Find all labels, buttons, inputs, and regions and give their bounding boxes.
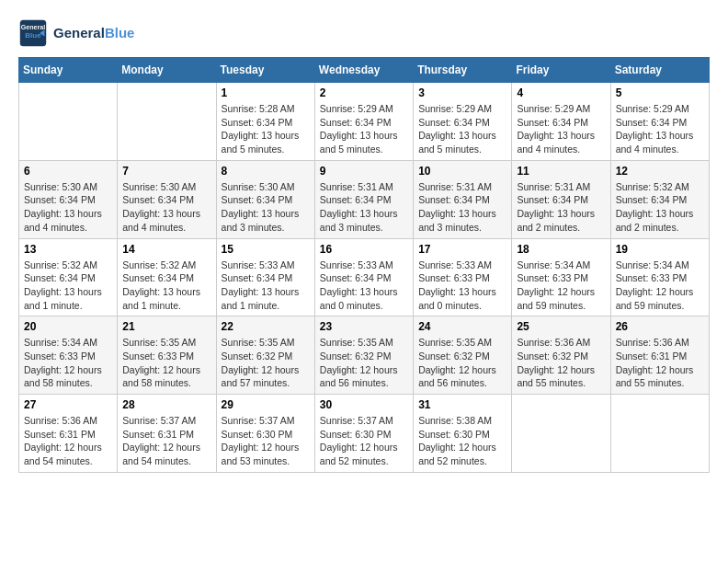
calendar-day-header: Sunday xyxy=(19,58,118,83)
day-info: Sunrise: 5:29 AM Sunset: 6:34 PM Dayligh… xyxy=(320,102,408,156)
day-number: 11 xyxy=(517,165,605,178)
day-info: Sunrise: 5:37 AM Sunset: 6:31 PM Dayligh… xyxy=(122,414,210,468)
calendar-cell: 19Sunrise: 5:34 AM Sunset: 6:33 PM Dayli… xyxy=(610,238,709,316)
day-info: Sunrise: 5:28 AM Sunset: 6:34 PM Dayligh… xyxy=(222,102,310,156)
day-info: Sunrise: 5:31 AM Sunset: 6:34 PM Dayligh… xyxy=(320,180,408,235)
day-number: 12 xyxy=(616,165,704,178)
day-number: 22 xyxy=(222,320,310,333)
day-info: Sunrise: 5:33 AM Sunset: 6:33 PM Dayligh… xyxy=(418,259,506,313)
calendar-cell: 20Sunrise: 5:34 AM Sunset: 6:33 PM Dayli… xyxy=(19,316,118,395)
day-number: 27 xyxy=(24,398,112,411)
calendar-cell: 27Sunrise: 5:36 AM Sunset: 6:31 PM Dayli… xyxy=(19,395,118,473)
day-info: Sunrise: 5:34 AM Sunset: 6:33 PM Dayligh… xyxy=(24,336,112,390)
day-info: Sunrise: 5:37 AM Sunset: 6:30 PM Dayligh… xyxy=(222,414,310,468)
day-number: 28 xyxy=(122,398,210,411)
day-number: 15 xyxy=(222,243,310,256)
day-info: Sunrise: 5:33 AM Sunset: 6:34 PM Dayligh… xyxy=(222,259,310,313)
day-number: 4 xyxy=(517,86,605,99)
day-info: Sunrise: 5:36 AM Sunset: 6:31 PM Dayligh… xyxy=(616,336,704,390)
calendar-week-row: 13Sunrise: 5:32 AM Sunset: 6:34 PM Dayli… xyxy=(19,238,710,316)
day-info: Sunrise: 5:35 AM Sunset: 6:32 PM Dayligh… xyxy=(418,336,506,390)
day-number: 23 xyxy=(320,320,408,333)
calendar-cell: 31Sunrise: 5:38 AM Sunset: 6:30 PM Dayli… xyxy=(414,395,512,473)
svg-text:Blue: Blue xyxy=(25,31,41,40)
logo-text: GeneralBlue xyxy=(53,25,134,41)
calendar-cell xyxy=(512,395,610,473)
svg-text:General: General xyxy=(21,24,46,31)
calendar-cell: 15Sunrise: 5:33 AM Sunset: 6:34 PM Dayli… xyxy=(216,238,314,316)
calendar-table: SundayMondayTuesdayWednesdayThursdayFrid… xyxy=(18,57,710,473)
day-number: 21 xyxy=(122,320,210,333)
calendar-week-row: 27Sunrise: 5:36 AM Sunset: 6:31 PM Dayli… xyxy=(19,395,710,473)
day-number: 20 xyxy=(24,320,112,333)
day-info: Sunrise: 5:31 AM Sunset: 6:34 PM Dayligh… xyxy=(418,180,506,235)
calendar-day-header: Thursday xyxy=(414,58,512,83)
calendar-cell: 25Sunrise: 5:36 AM Sunset: 6:32 PM Dayli… xyxy=(512,316,610,395)
day-info: Sunrise: 5:38 AM Sunset: 6:30 PM Dayligh… xyxy=(418,414,506,468)
calendar-cell: 4Sunrise: 5:29 AM Sunset: 6:34 PM Daylig… xyxy=(512,83,610,161)
day-number: 29 xyxy=(222,398,310,411)
calendar-week-row: 1Sunrise: 5:28 AM Sunset: 6:34 PM Daylig… xyxy=(19,83,710,161)
day-number: 6 xyxy=(24,165,112,178)
calendar-day-header: Monday xyxy=(118,58,216,83)
calendar-cell: 10Sunrise: 5:31 AM Sunset: 6:34 PM Dayli… xyxy=(414,160,512,238)
calendar-cell: 2Sunrise: 5:29 AM Sunset: 6:34 PM Daylig… xyxy=(314,83,413,161)
calendar-day-header: Tuesday xyxy=(216,58,314,83)
calendar-cell: 9Sunrise: 5:31 AM Sunset: 6:34 PM Daylig… xyxy=(314,160,413,238)
day-info: Sunrise: 5:35 AM Sunset: 6:33 PM Dayligh… xyxy=(122,336,210,390)
calendar-cell xyxy=(118,83,216,161)
day-info: Sunrise: 5:33 AM Sunset: 6:34 PM Dayligh… xyxy=(320,259,408,313)
day-number: 10 xyxy=(418,165,506,178)
calendar-cell: 13Sunrise: 5:32 AM Sunset: 6:34 PM Dayli… xyxy=(19,238,118,316)
calendar-header-row: SundayMondayTuesdayWednesdayThursdayFrid… xyxy=(19,58,710,83)
day-info: Sunrise: 5:29 AM Sunset: 6:34 PM Dayligh… xyxy=(418,102,506,156)
calendar-day-header: Saturday xyxy=(610,58,709,83)
logo-icon: General Blue xyxy=(18,18,48,48)
day-number: 19 xyxy=(616,243,704,256)
day-info: Sunrise: 5:30 AM Sunset: 6:34 PM Dayligh… xyxy=(122,180,210,235)
day-info: Sunrise: 5:34 AM Sunset: 6:33 PM Dayligh… xyxy=(517,259,605,313)
day-info: Sunrise: 5:36 AM Sunset: 6:32 PM Dayligh… xyxy=(517,336,605,390)
calendar-day-header: Friday xyxy=(512,58,610,83)
logo: General Blue GeneralBlue xyxy=(18,18,134,48)
day-number: 25 xyxy=(517,320,605,333)
day-info: Sunrise: 5:30 AM Sunset: 6:34 PM Dayligh… xyxy=(222,180,310,235)
calendar-cell: 30Sunrise: 5:37 AM Sunset: 6:30 PM Dayli… xyxy=(314,395,413,473)
day-info: Sunrise: 5:36 AM Sunset: 6:31 PM Dayligh… xyxy=(24,414,112,468)
day-number: 2 xyxy=(320,86,408,99)
day-number: 30 xyxy=(320,398,408,411)
calendar-cell: 6Sunrise: 5:30 AM Sunset: 6:34 PM Daylig… xyxy=(19,160,118,238)
day-number: 31 xyxy=(418,398,506,411)
day-number: 7 xyxy=(122,165,210,178)
day-number: 9 xyxy=(320,165,408,178)
day-info: Sunrise: 5:32 AM Sunset: 6:34 PM Dayligh… xyxy=(24,259,112,313)
day-info: Sunrise: 5:32 AM Sunset: 6:34 PM Dayligh… xyxy=(616,180,704,235)
calendar-cell: 18Sunrise: 5:34 AM Sunset: 6:33 PM Dayli… xyxy=(512,238,610,316)
day-info: Sunrise: 5:32 AM Sunset: 6:34 PM Dayligh… xyxy=(122,259,210,313)
page-header: General Blue GeneralBlue xyxy=(18,18,710,48)
day-number: 1 xyxy=(222,86,310,99)
day-info: Sunrise: 5:29 AM Sunset: 6:34 PM Dayligh… xyxy=(517,102,605,156)
calendar-cell: 8Sunrise: 5:30 AM Sunset: 6:34 PM Daylig… xyxy=(216,160,314,238)
day-info: Sunrise: 5:37 AM Sunset: 6:30 PM Dayligh… xyxy=(320,414,408,468)
calendar-week-row: 6Sunrise: 5:30 AM Sunset: 6:34 PM Daylig… xyxy=(19,160,710,238)
day-number: 14 xyxy=(122,243,210,256)
calendar-cell: 11Sunrise: 5:31 AM Sunset: 6:34 PM Dayli… xyxy=(512,160,610,238)
calendar-cell: 1Sunrise: 5:28 AM Sunset: 6:34 PM Daylig… xyxy=(216,83,314,161)
day-info: Sunrise: 5:29 AM Sunset: 6:34 PM Dayligh… xyxy=(616,102,704,156)
calendar-cell: 16Sunrise: 5:33 AM Sunset: 6:34 PM Dayli… xyxy=(314,238,413,316)
calendar-cell xyxy=(610,395,709,473)
day-number: 3 xyxy=(418,86,506,99)
calendar-cell: 29Sunrise: 5:37 AM Sunset: 6:30 PM Dayli… xyxy=(216,395,314,473)
calendar-week-row: 20Sunrise: 5:34 AM Sunset: 6:33 PM Dayli… xyxy=(19,316,710,395)
calendar-cell: 17Sunrise: 5:33 AM Sunset: 6:33 PM Dayli… xyxy=(414,238,512,316)
day-info: Sunrise: 5:30 AM Sunset: 6:34 PM Dayligh… xyxy=(24,180,112,235)
calendar-cell: 12Sunrise: 5:32 AM Sunset: 6:34 PM Dayli… xyxy=(610,160,709,238)
day-info: Sunrise: 5:31 AM Sunset: 6:34 PM Dayligh… xyxy=(517,180,605,235)
calendar-cell: 26Sunrise: 5:36 AM Sunset: 6:31 PM Dayli… xyxy=(610,316,709,395)
calendar-cell: 5Sunrise: 5:29 AM Sunset: 6:34 PM Daylig… xyxy=(610,83,709,161)
day-number: 5 xyxy=(616,86,704,99)
day-info: Sunrise: 5:35 AM Sunset: 6:32 PM Dayligh… xyxy=(222,336,310,390)
day-number: 8 xyxy=(222,165,310,178)
calendar-cell: 23Sunrise: 5:35 AM Sunset: 6:32 PM Dayli… xyxy=(314,316,413,395)
